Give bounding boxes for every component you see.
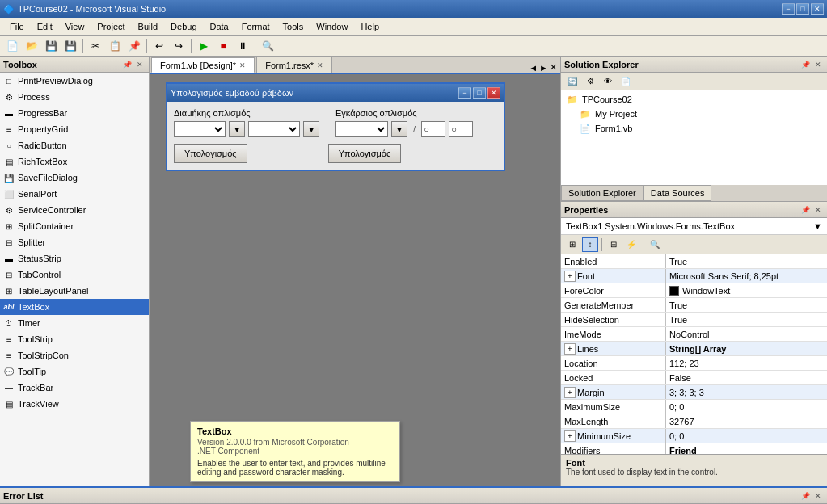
toolbar-cut[interactable]: ✂: [86, 37, 104, 55]
section2-input[interactable]: [421, 121, 445, 137]
solution-myproject[interactable]: 📁 My Project: [563, 107, 825, 121]
toolbar-copy[interactable]: 📋: [106, 37, 124, 55]
tab-scroll-left[interactable]: ◄: [529, 63, 538, 73]
toolbox-item-tablelayoutpanel[interactable]: ⊞ TableLayoutPanel: [0, 283, 149, 299]
section1-arrow[interactable]: ▼: [229, 121, 245, 137]
prop-value-font[interactable]: Microsoft Sans Serif; 8,25pt: [666, 269, 827, 283]
prop-value-location[interactable]: 112; 23: [666, 356, 827, 370]
menu-build[interactable]: Build: [132, 20, 164, 33]
solution-refresh-button[interactable]: 🔄: [564, 74, 580, 89]
solution-view-code-button[interactable]: 📄: [618, 74, 634, 89]
maximize-button[interactable]: □: [796, 3, 809, 15]
font-expand-icon[interactable]: +: [564, 271, 576, 282]
menu-tools[interactable]: Tools: [276, 20, 310, 33]
menu-data[interactable]: Data: [204, 20, 235, 33]
tab-form1-design[interactable]: Form1.vb [Design]* ✕: [151, 57, 255, 74]
toolbox-item-savefiledialog[interactable]: 💾 SaveFileDialog: [0, 170, 149, 186]
properties-type-dropdown[interactable]: ▼: [813, 221, 822, 231]
toolbox-item-process[interactable]: ⚙ Process: [0, 89, 149, 105]
greek-dialog-maximize[interactable]: □: [473, 87, 486, 99]
toolbox-item-trackbar[interactable]: — TrackBar: [0, 380, 149, 396]
toolbox-item-printpreviewdialog[interactable]: □ PrintPreviewDialog: [0, 73, 149, 89]
properties-close-button[interactable]: ✕: [812, 204, 824, 216]
solution-root[interactable]: 📁 TPCourse02: [563, 92, 825, 107]
menu-format[interactable]: Format: [235, 20, 276, 33]
prop-value-lines[interactable]: String[] Array: [666, 342, 827, 355]
toolbox-item-tooltip[interactable]: 💬 ToolTip: [0, 363, 149, 380]
margin-expand-icon[interactable]: +: [564, 387, 576, 398]
toolbox-item-tabcontrol[interactable]: ⊟ TabControl: [0, 267, 149, 283]
solution-tab-explorer[interactable]: Solution Explorer: [561, 185, 643, 201]
prop-value-hideselection[interactable]: True: [666, 313, 827, 326]
prop-value-locked[interactable]: False: [666, 371, 827, 384]
toolbar-debug-pause[interactable]: ⏸: [234, 37, 251, 55]
menu-file[interactable]: File: [3, 20, 31, 33]
prop-value-modifiers[interactable]: Friend: [666, 443, 827, 454]
toolbar-debug-start[interactable]: ▶: [195, 37, 213, 55]
properties-search-button[interactable]: 🔍: [647, 237, 663, 252]
menu-project[interactable]: Project: [91, 20, 131, 33]
minimumsize-expand-icon[interactable]: +: [564, 430, 576, 442]
toolbox-close-button[interactable]: ✕: [134, 59, 146, 70]
toolbox-item-richtextbox[interactable]: ▤ RichTextBox: [0, 153, 149, 170]
section2-input2[interactable]: [449, 121, 473, 137]
greek-dialog-close[interactable]: ✕: [487, 87, 500, 99]
menu-edit[interactable]: Edit: [31, 20, 59, 33]
solution-form1vb[interactable]: 📄 Form1.vb: [563, 121, 825, 136]
section2-select[interactable]: [335, 121, 388, 137]
toolbox-item-serialport[interactable]: ⬜ SerialPort: [0, 186, 149, 202]
toolbox-item-progressbar[interactable]: ▬ ProgressBar: [0, 105, 149, 121]
toolbar-saveall[interactable]: 💾: [61, 37, 79, 55]
prop-value-maximumsize[interactable]: 0; 0: [666, 400, 827, 414]
toolbar-open[interactable]: 📂: [23, 37, 40, 55]
toolbox-item-statusstrip[interactable]: ▬ StatusStrip: [0, 250, 149, 267]
menu-help[interactable]: Help: [354, 20, 386, 33]
properties-alphabetical-button[interactable]: ↕: [582, 237, 598, 252]
tab-close-icon[interactable]: ✕: [239, 61, 246, 69]
calc-button-1[interactable]: Υπολογισμός: [174, 144, 247, 163]
tab-scroll-right[interactable]: ►: [539, 63, 548, 73]
minimize-button[interactable]: −: [782, 3, 795, 15]
toolbar-redo[interactable]: ↪: [170, 37, 188, 55]
solution-pin-button[interactable]: 📌: [800, 59, 811, 70]
toolbox-item-propertygrid[interactable]: ≡ PropertyGrid: [0, 121, 149, 137]
close-button[interactable]: ✕: [811, 3, 824, 15]
toolbox-item-toolstripcon[interactable]: ≡ ToolStripCon: [0, 347, 149, 363]
toolbox-item-timer[interactable]: ⏱ Timer: [0, 315, 149, 331]
toolbox-item-trackview[interactable]: ▤ TrackView: [0, 396, 149, 412]
prop-value-enabled[interactable]: True: [666, 254, 827, 268]
properties-pin-button[interactable]: 📌: [800, 204, 811, 216]
properties-view-props-button[interactable]: ⊟: [605, 237, 622, 252]
toolbox-item-textbox[interactable]: abl TextBox: [0, 299, 149, 315]
section2-arrow[interactable]: ▼: [391, 121, 407, 137]
prop-value-forecolor[interactable]: WindowText: [666, 284, 827, 297]
greek-dialog-minimize[interactable]: −: [458, 87, 471, 99]
section1-arrow2[interactable]: ▼: [303, 121, 319, 137]
calc-button-2[interactable]: Υπολογισμός: [328, 144, 402, 163]
toolbar-new[interactable]: 📄: [3, 37, 21, 55]
section1-select2[interactable]: [248, 121, 300, 137]
properties-view-events-button[interactable]: ⚡: [623, 237, 639, 252]
lines-expand-icon[interactable]: +: [564, 343, 576, 355]
toolbox-item-toolstrip[interactable]: ≡ ToolStrip: [0, 331, 149, 347]
toolbar-paste[interactable]: 📌: [125, 37, 143, 55]
tab-form1-resx[interactable]: Form1.resx* ✕: [256, 57, 332, 73]
toolbar-debug-stop[interactable]: ■: [214, 37, 232, 55]
solution-close-button[interactable]: ✕: [812, 59, 824, 70]
toolbox-item-splitter[interactable]: ⊟ Splitter: [0, 234, 149, 250]
solution-properties-button[interactable]: ⚙: [582, 74, 598, 89]
prop-value-imemode[interactable]: NoControl: [666, 327, 827, 341]
prop-value-maxlength[interactable]: 32767: [666, 414, 827, 428]
menu-debug[interactable]: Debug: [164, 20, 203, 33]
prop-value-generatemember[interactable]: True: [666, 298, 827, 312]
properties-categorized-button[interactable]: ⊞: [564, 237, 580, 252]
error-list-close-button[interactable]: ✕: [812, 490, 824, 502]
menu-view[interactable]: View: [59, 20, 91, 33]
menu-window[interactable]: Window: [310, 20, 354, 33]
toolbar-search[interactable]: 🔍: [259, 37, 276, 55]
toolbar-save[interactable]: 💾: [42, 37, 60, 55]
tab-close-icon[interactable]: ✕: [317, 61, 323, 69]
solution-show-all-button[interactable]: 👁: [600, 74, 616, 89]
solution-tab-datasources[interactable]: Data Sources: [643, 185, 712, 201]
section1-select1[interactable]: [174, 121, 226, 137]
